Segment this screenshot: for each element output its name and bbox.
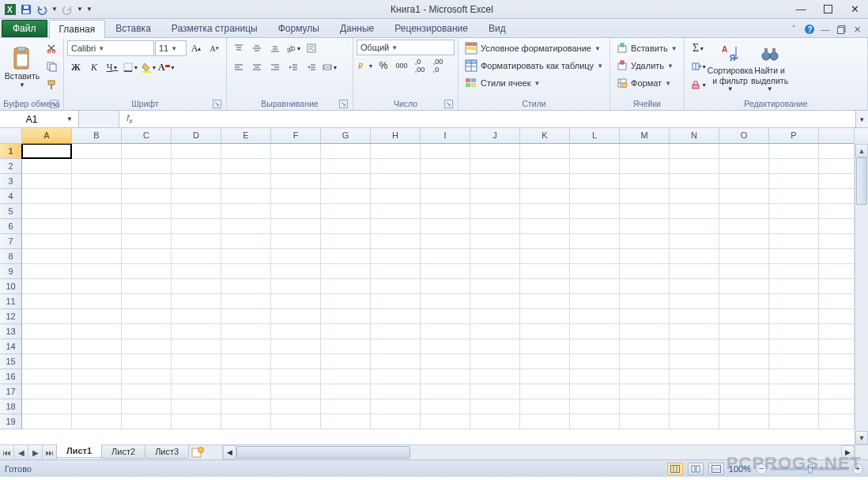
scroll-down-icon[interactable]: ▼ bbox=[855, 431, 868, 444]
cell[interactable] bbox=[172, 234, 221, 249]
cell[interactable] bbox=[271, 369, 321, 384]
cell[interactable] bbox=[22, 354, 72, 369]
cell[interactable] bbox=[22, 279, 72, 294]
increase-decimal-button[interactable]: ,0,00 bbox=[411, 57, 428, 74]
cut-button[interactable] bbox=[43, 40, 60, 57]
row-header[interactable]: 18 bbox=[0, 399, 22, 414]
cell[interactable] bbox=[570, 324, 620, 339]
row-header[interactable]: 15 bbox=[0, 354, 22, 369]
row-header[interactable]: 19 bbox=[0, 414, 22, 429]
cell[interactable] bbox=[122, 219, 172, 234]
ribbon-tab-0[interactable]: Главная bbox=[49, 20, 106, 38]
cell[interactable] bbox=[769, 174, 819, 189]
cell[interactable] bbox=[371, 384, 421, 399]
cell[interactable] bbox=[670, 174, 719, 189]
cell[interactable] bbox=[122, 234, 172, 249]
cell[interactable] bbox=[271, 249, 321, 264]
cell[interactable] bbox=[271, 204, 321, 219]
zoom-out-button[interactable]: − bbox=[756, 463, 767, 474]
zoom-thumb[interactable] bbox=[808, 464, 813, 474]
cell[interactable] bbox=[271, 414, 321, 429]
cell[interactable] bbox=[570, 279, 620, 294]
cell[interactable] bbox=[520, 234, 570, 249]
cell[interactable] bbox=[221, 174, 271, 189]
cell[interactable] bbox=[520, 354, 570, 369]
new-sheet-icon[interactable] bbox=[189, 445, 206, 459]
cell[interactable] bbox=[719, 249, 769, 264]
bold-button[interactable]: Ж bbox=[67, 59, 85, 76]
cell[interactable] bbox=[122, 354, 172, 369]
horizontal-scrollbar[interactable]: ◀ ▶ bbox=[222, 445, 855, 459]
accounting-format-button[interactable]: ₽▼ bbox=[357, 57, 374, 74]
cell[interactable] bbox=[769, 219, 819, 234]
cell[interactable] bbox=[172, 249, 221, 264]
cell[interactable] bbox=[719, 189, 769, 204]
cell[interactable] bbox=[22, 339, 72, 354]
cell[interactable] bbox=[769, 369, 819, 384]
cell[interactable] bbox=[719, 234, 769, 249]
cell[interactable] bbox=[122, 369, 172, 384]
cell[interactable] bbox=[819, 219, 855, 234]
cell[interactable] bbox=[719, 369, 769, 384]
cell[interactable] bbox=[520, 264, 570, 279]
cell[interactable] bbox=[520, 249, 570, 264]
cell[interactable] bbox=[22, 219, 72, 234]
column-header[interactable]: N bbox=[670, 128, 719, 144]
cell[interactable] bbox=[620, 339, 670, 354]
cell[interactable] bbox=[371, 354, 421, 369]
cell[interactable] bbox=[670, 189, 719, 204]
scroll-right-icon[interactable]: ▶ bbox=[841, 445, 855, 459]
cell[interactable] bbox=[271, 279, 321, 294]
excel-icon[interactable]: X bbox=[3, 2, 17, 17]
align-center-button[interactable] bbox=[248, 59, 266, 76]
normal-view-button[interactable] bbox=[667, 463, 683, 475]
cell[interactable] bbox=[719, 324, 769, 339]
border-button[interactable]: ▼ bbox=[122, 59, 139, 76]
clear-button[interactable]: ▼ bbox=[688, 76, 710, 93]
cell[interactable] bbox=[520, 144, 570, 159]
dialog-launcher-icon[interactable]: ↘ bbox=[339, 100, 348, 108]
cell[interactable] bbox=[371, 339, 421, 354]
cell[interactable] bbox=[321, 234, 371, 249]
cell[interactable] bbox=[172, 324, 221, 339]
sort-filter-button[interactable]: АЯ Сортировка и фильтр▼ bbox=[711, 40, 749, 95]
cell[interactable] bbox=[172, 144, 221, 159]
cell[interactable] bbox=[620, 309, 670, 324]
cell[interactable] bbox=[172, 414, 221, 429]
cell[interactable] bbox=[221, 294, 271, 309]
cell[interactable] bbox=[371, 264, 421, 279]
cell[interactable] bbox=[520, 174, 570, 189]
cell[interactable] bbox=[172, 384, 221, 399]
cell[interactable] bbox=[271, 354, 321, 369]
cell[interactable] bbox=[470, 324, 520, 339]
cell[interactable] bbox=[470, 174, 520, 189]
cell[interactable] bbox=[620, 249, 670, 264]
qat-customize-icon[interactable]: ▼ bbox=[85, 2, 93, 17]
cell[interactable] bbox=[271, 219, 321, 234]
cell[interactable] bbox=[221, 249, 271, 264]
cell[interactable] bbox=[670, 249, 719, 264]
cell[interactable] bbox=[72, 294, 122, 309]
cell[interactable] bbox=[271, 144, 321, 159]
cell[interactable] bbox=[72, 189, 122, 204]
minimize-ribbon-icon[interactable]: ˆ bbox=[787, 23, 800, 36]
row-header[interactable]: 4 bbox=[0, 189, 22, 204]
cell[interactable] bbox=[72, 264, 122, 279]
cell[interactable] bbox=[670, 219, 719, 234]
fx-icon[interactable]: fx bbox=[123, 113, 137, 125]
maximize-button[interactable] bbox=[817, 3, 838, 16]
cell[interactable] bbox=[769, 354, 819, 369]
cell[interactable] bbox=[421, 414, 470, 429]
column-header[interactable]: O bbox=[719, 128, 769, 144]
undo-dropdown-icon[interactable]: ▼ bbox=[51, 2, 58, 17]
row-header[interactable]: 9 bbox=[0, 264, 22, 279]
cell[interactable] bbox=[470, 159, 520, 174]
cell[interactable] bbox=[72, 399, 122, 414]
cell[interactable] bbox=[470, 339, 520, 354]
cell[interactable] bbox=[122, 294, 172, 309]
cell[interactable] bbox=[22, 399, 72, 414]
cell[interactable] bbox=[570, 414, 620, 429]
cell[interactable] bbox=[122, 264, 172, 279]
cell[interactable] bbox=[719, 414, 769, 429]
cell[interactable] bbox=[271, 174, 321, 189]
